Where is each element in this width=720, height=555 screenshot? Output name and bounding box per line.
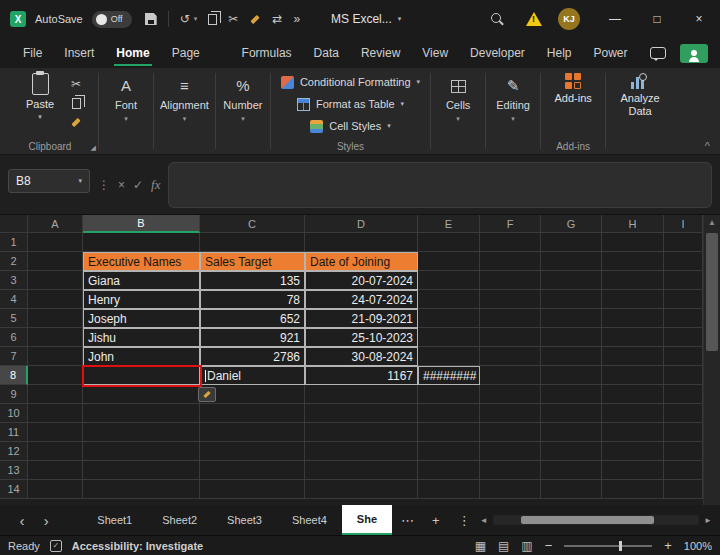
cell-F9[interactable] bbox=[480, 385, 541, 404]
cell-H13[interactable] bbox=[602, 461, 664, 480]
alignment-group-collapsed[interactable]: ≡ Alignment ▾ bbox=[154, 68, 215, 154]
cell-A9[interactable] bbox=[28, 385, 83, 404]
cell-E5[interactable] bbox=[418, 309, 480, 328]
cell-G5[interactable] bbox=[541, 309, 602, 328]
cell-H9[interactable] bbox=[602, 385, 664, 404]
cell-G10[interactable] bbox=[541, 404, 602, 423]
cell-F2[interactable] bbox=[480, 252, 541, 271]
ribbon-tab-insert[interactable]: Insert bbox=[53, 38, 105, 68]
vertical-scroll-thumb[interactable] bbox=[706, 233, 718, 351]
cell-I3[interactable] bbox=[664, 271, 703, 290]
column-header-b[interactable]: B bbox=[83, 215, 200, 233]
addins-button[interactable]: Add-ins bbox=[547, 73, 599, 104]
cell-I7[interactable] bbox=[664, 347, 703, 366]
cell-H8[interactable] bbox=[602, 366, 664, 385]
cell-G2[interactable] bbox=[541, 252, 602, 271]
cell-G14[interactable] bbox=[541, 480, 602, 499]
cell-B9[interactable] bbox=[83, 385, 200, 404]
page-layout-view-icon[interactable]: ▤ bbox=[498, 539, 509, 553]
format-painter-icon[interactable] bbox=[249, 13, 261, 26]
cell-C7[interactable]: 2786 bbox=[200, 347, 305, 366]
window-title[interactable]: MS Excel... ▾ bbox=[331, 12, 401, 26]
row-header-14[interactable]: 14 bbox=[0, 480, 28, 499]
cell-G1[interactable] bbox=[541, 233, 602, 252]
ribbon-tab-review[interactable]: Review bbox=[350, 38, 411, 68]
cell-G12[interactable] bbox=[541, 442, 602, 461]
cell-I1[interactable] bbox=[664, 233, 703, 252]
column-header-f[interactable]: F bbox=[480, 215, 541, 233]
cell-C5[interactable]: 652 bbox=[200, 309, 305, 328]
conditional-formatting-button[interactable]: Conditional Formatting ▾ bbox=[277, 72, 424, 92]
cell-D3[interactable]: 20-07-2024 bbox=[305, 271, 418, 290]
cell-H6[interactable] bbox=[602, 328, 664, 347]
cell-H4[interactable] bbox=[602, 290, 664, 309]
cell-B8[interactable] bbox=[83, 366, 200, 385]
cell-C12[interactable] bbox=[200, 442, 305, 461]
vertical-scrollbar[interactable]: ▲ bbox=[703, 215, 720, 505]
format-painter-chip[interactable] bbox=[198, 387, 216, 402]
zoom-out-icon[interactable]: − bbox=[545, 538, 553, 553]
cell-E7[interactable] bbox=[418, 347, 480, 366]
cell-F11[interactable] bbox=[480, 423, 541, 442]
close-button[interactable]: × bbox=[678, 0, 720, 38]
ribbon-tab-view[interactable]: View bbox=[411, 38, 459, 68]
analyze-data-button[interactable]: Analyze Data bbox=[612, 73, 668, 117]
cell-E11[interactable] bbox=[418, 423, 480, 442]
cell-D8[interactable]: 1167 bbox=[305, 366, 418, 385]
cell-F5[interactable] bbox=[480, 309, 541, 328]
ribbon-tab-developer[interactable]: Developer bbox=[459, 38, 536, 68]
cell-E9[interactable] bbox=[418, 385, 480, 404]
cell-H7[interactable] bbox=[602, 347, 664, 366]
cell-H11[interactable] bbox=[602, 423, 664, 442]
select-all-corner[interactable] bbox=[0, 215, 28, 233]
cell-G3[interactable] bbox=[541, 271, 602, 290]
cell-F8[interactable] bbox=[480, 366, 541, 385]
cell-B14[interactable] bbox=[83, 480, 200, 499]
copy-icon[interactable] bbox=[72, 98, 81, 109]
ribbon-tab-formulas[interactable]: Formulas bbox=[231, 38, 303, 68]
cell-H5[interactable] bbox=[602, 309, 664, 328]
cell-I10[interactable] bbox=[664, 404, 703, 423]
sheet-nav-right-icon[interactable]: › bbox=[34, 512, 58, 529]
cell-I9[interactable] bbox=[664, 385, 703, 404]
cell-H10[interactable] bbox=[602, 404, 664, 423]
sheet-tab-sheet3[interactable]: Sheet3 bbox=[212, 505, 277, 535]
cell-B1[interactable] bbox=[83, 233, 200, 252]
cell-E14[interactable] bbox=[418, 480, 480, 499]
ribbon-tab-data[interactable]: Data bbox=[303, 38, 350, 68]
autosave-toggle[interactable]: Off bbox=[92, 11, 132, 28]
add-sheet-button[interactable]: + bbox=[423, 513, 449, 528]
number-group-collapsed[interactable]: % Number ▾ bbox=[216, 68, 270, 154]
cell-D14[interactable] bbox=[305, 480, 418, 499]
ribbon-tab-power-pivot[interactable]: Power Pivot bbox=[583, 38, 651, 68]
cell-D6[interactable]: 25-10-2023 bbox=[305, 328, 418, 347]
cell-C8[interactable]: Daniel bbox=[200, 366, 305, 385]
cell-C1[interactable] bbox=[200, 233, 305, 252]
horizontal-scroll-track[interactable] bbox=[493, 515, 700, 525]
column-header-a[interactable]: A bbox=[28, 215, 83, 233]
row-header-1[interactable]: 1 bbox=[0, 233, 28, 252]
row-header-9[interactable]: 9 bbox=[0, 385, 28, 404]
cell-E8[interactable]: ######## bbox=[418, 366, 480, 385]
zoom-level[interactable]: 100% bbox=[684, 540, 712, 552]
warning-icon[interactable]: ! bbox=[526, 12, 542, 26]
cell-D13[interactable] bbox=[305, 461, 418, 480]
share-button[interactable] bbox=[680, 44, 708, 63]
row-header-8[interactable]: 8 bbox=[0, 366, 28, 385]
cell-B2[interactable]: Executive Names bbox=[83, 252, 200, 271]
cell-B6[interactable]: Jishu bbox=[83, 328, 200, 347]
row-header-7[interactable]: 7 bbox=[0, 347, 28, 366]
cell-C11[interactable] bbox=[200, 423, 305, 442]
cell-H2[interactable] bbox=[602, 252, 664, 271]
cell-D5[interactable]: 21-09-2021 bbox=[305, 309, 418, 328]
cell-I13[interactable] bbox=[664, 461, 703, 480]
cell-A10[interactable] bbox=[28, 404, 83, 423]
row-header-11[interactable]: 11 bbox=[0, 423, 28, 442]
save-icon[interactable] bbox=[145, 13, 157, 25]
undo-icon[interactable]: ↺ bbox=[180, 12, 190, 26]
insert-function-icon[interactable]: fx bbox=[151, 177, 160, 193]
sheet-tab-sheet4[interactable]: Sheet4 bbox=[277, 505, 342, 535]
cell-E1[interactable] bbox=[418, 233, 480, 252]
cell-B7[interactable]: John bbox=[83, 347, 200, 366]
undo-caret-icon[interactable]: ▾ bbox=[194, 15, 198, 23]
